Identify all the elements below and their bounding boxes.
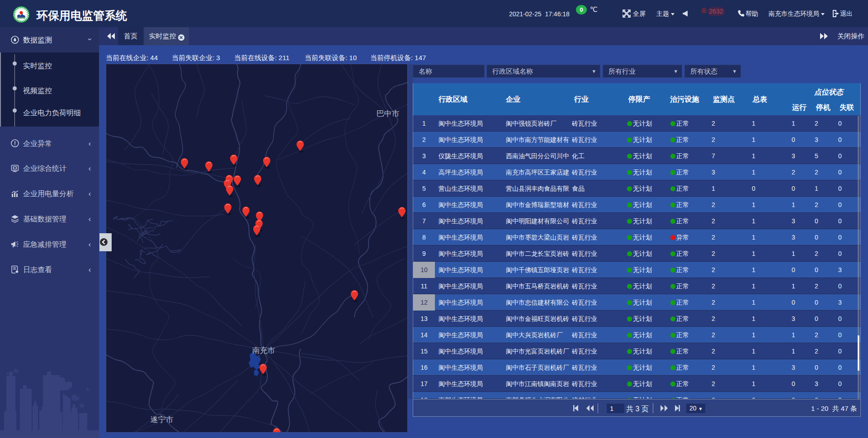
svg-text:南充市: 南充市 <box>252 346 275 355</box>
svg-text:巴中市: 巴中市 <box>377 109 400 118</box>
svg-text:遂宁市: 遂宁市 <box>151 415 174 424</box>
